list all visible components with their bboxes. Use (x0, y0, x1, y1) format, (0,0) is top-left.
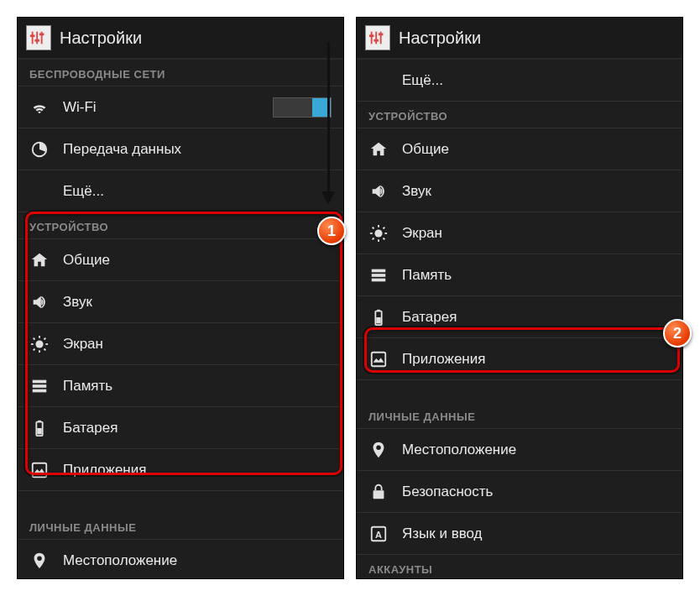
row-label: Местоположение (63, 552, 332, 569)
titlebar: Настройки (357, 18, 682, 60)
svg-rect-22 (33, 463, 47, 477)
display-icon (368, 223, 389, 243)
apps-icon (29, 460, 50, 480)
row-location[interactable]: Местоположение (18, 540, 343, 578)
svg-rect-40 (372, 278, 386, 281)
svg-rect-3 (30, 34, 35, 37)
svg-line-35 (384, 238, 385, 239)
titlebar-title: Настройки (399, 29, 481, 48)
row-label: Общие (402, 141, 671, 158)
svg-rect-5 (39, 34, 44, 36)
svg-rect-18 (33, 389, 47, 392)
svg-line-15 (44, 337, 46, 339)
left-screenshot: Настройки БЕСПРОВОДНЫЕ СЕТИ Wi-Fi Переда… (17, 17, 344, 579)
section-personal: ЛИЧНЫЕ ДАННЫЕ (357, 402, 682, 429)
svg-rect-44 (372, 352, 386, 366)
svg-rect-43 (376, 317, 381, 323)
row-label: Wi-Fi (63, 99, 259, 116)
battery-icon (29, 418, 50, 438)
section-accounts: АККАУНТЫ (357, 555, 682, 578)
location-icon (29, 551, 50, 571)
row-wifi[interactable]: Wi-Fi (18, 86, 343, 128)
row-data-usage[interactable]: Передача данных (18, 128, 343, 170)
svg-text:A: A (375, 529, 382, 539)
row-location[interactable]: Местоположение (357, 429, 682, 471)
section-device: УСТРОЙСТВО (18, 212, 343, 239)
spacer (357, 380, 682, 402)
svg-line-13 (44, 348, 46, 350)
lock-icon (368, 482, 389, 502)
row-security[interactable]: Безопасность (357, 471, 682, 513)
svg-rect-38 (372, 269, 386, 272)
row-apps[interactable]: Приложения (18, 449, 343, 491)
row-label: Безопасность (402, 484, 671, 500)
sound-icon (368, 181, 389, 201)
row-label: Передача данных (63, 141, 332, 158)
svg-rect-17 (33, 384, 47, 388)
svg-line-34 (373, 227, 374, 228)
row-more[interactable]: Ещё... (357, 60, 682, 102)
row-battery[interactable]: Батарея (18, 407, 343, 449)
row-label: Приложения (63, 462, 332, 478)
svg-rect-42 (377, 309, 380, 311)
svg-line-14 (34, 348, 35, 350)
row-general[interactable]: Общие (357, 128, 682, 170)
settings-list: Ещё... УСТРОЙСТВО Общие Звук Экран (357, 60, 682, 578)
svg-point-29 (374, 229, 382, 237)
data-usage-icon (29, 139, 50, 159)
svg-point-7 (35, 340, 43, 348)
settings-app-icon (26, 25, 51, 50)
row-display[interactable]: Экран (357, 212, 682, 254)
wifi-icon (29, 97, 50, 118)
row-label: Память (402, 267, 671, 284)
row-label: Приложения (402, 351, 671, 368)
row-general[interactable]: Общие (18, 239, 343, 281)
storage-icon (368, 265, 389, 285)
svg-rect-27 (374, 39, 379, 42)
row-label: Звук (63, 294, 332, 311)
svg-rect-1 (36, 32, 38, 44)
right-screenshot: Настройки Ещё... УСТРОЙСТВО Общие Звук (356, 17, 683, 579)
sound-icon (29, 292, 50, 312)
svg-line-12 (34, 337, 35, 339)
titlebar-title: Настройки (60, 29, 142, 48)
svg-rect-24 (375, 32, 377, 44)
row-label: Звук (402, 183, 671, 200)
section-personal: ЛИЧНЫЕ ДАННЫЕ (18, 513, 343, 540)
row-battery[interactable]: Батарея (357, 296, 682, 338)
row-label: Экран (402, 225, 671, 242)
settings-app-icon (365, 25, 390, 50)
apps-icon (368, 349, 389, 369)
row-label: Местоположение (402, 442, 671, 458)
section-wireless: БЕСПРОВОДНЫЕ СЕТИ (18, 60, 343, 86)
svg-rect-16 (33, 379, 47, 383)
row-label: Батарея (402, 309, 671, 326)
svg-rect-26 (369, 34, 374, 37)
wifi-toggle[interactable] (273, 97, 332, 118)
svg-rect-45 (374, 490, 384, 499)
svg-line-36 (373, 238, 374, 239)
svg-rect-23 (371, 32, 373, 44)
row-apps[interactable]: Приложения (357, 338, 682, 380)
spacer (18, 491, 343, 513)
row-sound[interactable]: Звук (18, 281, 343, 323)
row-more[interactable]: Ещё... (18, 170, 343, 212)
row-language[interactable]: A Язык и ввод (357, 513, 682, 555)
home-icon (368, 139, 389, 159)
svg-rect-39 (372, 274, 386, 277)
display-icon (29, 334, 50, 354)
row-storage[interactable]: Память (18, 365, 343, 407)
section-device: УСТРОЙСТВО (357, 102, 682, 128)
location-icon (368, 440, 389, 460)
storage-icon (29, 376, 50, 396)
svg-rect-21 (37, 428, 42, 434)
row-label: Общие (63, 252, 332, 269)
row-label: Ещё... (63, 183, 332, 200)
row-display[interactable]: Экран (18, 323, 343, 365)
settings-list: БЕСПРОВОДНЫЕ СЕТИ Wi-Fi Передача данных … (18, 60, 343, 578)
svg-rect-4 (34, 39, 39, 42)
row-label: Ещё... (402, 72, 671, 89)
row-storage[interactable]: Память (357, 254, 682, 296)
row-sound[interactable]: Звук (357, 170, 682, 212)
language-icon: A (368, 524, 389, 544)
